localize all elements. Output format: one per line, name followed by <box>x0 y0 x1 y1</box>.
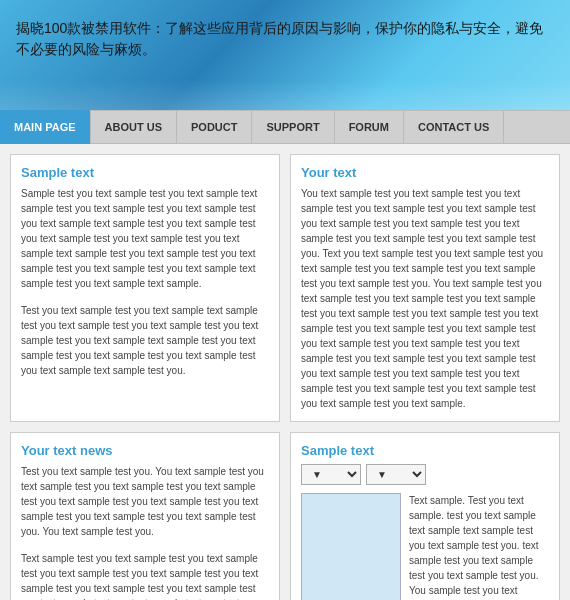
nav-item-main-page[interactable]: MAIN PAGE <box>0 110 91 144</box>
nav-item-contact-us[interactable]: CONTACT US <box>404 110 504 144</box>
nav-item-about-us[interactable]: ABOUT US <box>91 110 177 144</box>
your-text-news-para1: Test you text sample test you. You text … <box>21 464 269 539</box>
sample-text-para1: Sample test you text sample test you tex… <box>21 186 269 291</box>
dropdown-2[interactable]: ▼ <box>366 464 426 485</box>
header-text: 揭晓100款被禁用软件：了解这些应用背后的原因与影响，保护你的隐私与安全，避免不… <box>16 18 554 60</box>
header-banner: 揭晓100款被禁用软件：了解这些应用背后的原因与影响，保护你的隐私与安全，避免不… <box>0 0 570 110</box>
bottom-right-inner: Text sample. Test you text sample. test … <box>301 493 549 600</box>
sample-text-title: Sample text <box>21 165 269 180</box>
sample-text-right-box: Sample text ▼ ▼ Text sample. Test you te… <box>290 432 560 600</box>
nav-item-forum[interactable]: FORUM <box>335 110 404 144</box>
your-text-box: Your text You text sample test you text … <box>290 154 560 422</box>
image-placeholder <box>301 493 401 600</box>
your-text-news-box: Your text news Test you text sample test… <box>10 432 280 600</box>
sample-text-para2: Test you text sample test you text sampl… <box>21 303 269 378</box>
dropdown-row: ▼ ▼ <box>301 464 549 485</box>
main-nav: MAIN PAGE ABOUT US PODUCT SUPPORT FORUM … <box>0 110 570 144</box>
sample-text-right-content: Text sample. Test you text sample. test … <box>409 493 549 600</box>
your-text-title: Your text <box>301 165 549 180</box>
sample-text-box: Sample text Sample test you text sample … <box>10 154 280 422</box>
sample-text-right-title: Sample text <box>301 443 549 458</box>
nav-item-poduct[interactable]: PODUCT <box>177 110 252 144</box>
your-text-news-para2: Text sample test you text sample test yo… <box>21 551 269 600</box>
bottom-section: Your text news Test you text sample test… <box>10 432 560 600</box>
dropdown-1[interactable]: ▼ <box>301 464 361 485</box>
your-text-news-title: Your text news <box>21 443 269 458</box>
nav-item-support[interactable]: SUPPORT <box>252 110 334 144</box>
top-section: Sample text Sample test you text sample … <box>10 154 560 422</box>
your-text-content: You text sample test you text sample tes… <box>301 186 549 411</box>
content-area: Sample text Sample test you text sample … <box>0 144 570 600</box>
